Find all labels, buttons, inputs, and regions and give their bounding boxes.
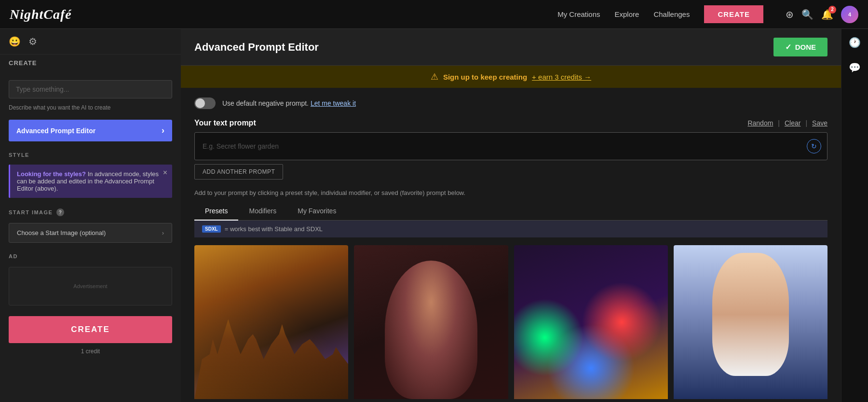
avatar-badge: 4 <box>848 12 851 17</box>
settings-icon[interactable]: ⚙ <box>28 36 37 47</box>
style-card-artistic-portrait[interactable]: Artistic Portrait <box>354 245 508 402</box>
nav-challenges[interactable]: Challenges <box>653 10 690 18</box>
style-tabs: Presets Modifiers My Favorites <box>194 202 827 221</box>
negative-prompt-toggle-row: Use default negative prompt. Let me twea… <box>194 97 827 109</box>
choose-start-image-button[interactable]: Choose a Start Image (optional) › <box>9 223 172 243</box>
arrow-right-icon: › <box>162 125 164 136</box>
discord-button[interactable]: ⊛ <box>786 9 794 20</box>
random-link[interactable]: Random <box>747 119 773 127</box>
panel-title: Advanced Prompt Editor <box>194 41 319 54</box>
panel-header: Advanced Prompt Editor ✓ DONE <box>181 29 841 66</box>
prompt-section: Your text prompt Random | Clear | Save ↻ <box>194 119 827 180</box>
prompt-input-wrapper: ↻ <box>194 132 827 160</box>
create-button-wrap: CREATE <box>0 310 181 345</box>
main-layout: 😀 ⚙ CREATE Describe what you want the AI… <box>0 29 868 402</box>
nav-create-button[interactable]: CREATE <box>704 5 763 23</box>
style-label-portrait: Artistic Portrait <box>354 399 508 402</box>
advanced-prompt-button[interactable]: Advanced Prompt Editor › <box>9 120 172 141</box>
style-img-portrait <box>354 245 508 399</box>
save-link[interactable]: Save <box>812 119 827 127</box>
prompt-input-sidebar[interactable] <box>9 80 172 98</box>
app-logo: NightCafé <box>10 7 72 22</box>
ad-box: Advertisement <box>9 267 172 305</box>
warning-icon: ⚠ <box>431 71 438 82</box>
text-prompt-input[interactable] <box>195 133 827 160</box>
style-section-header: STYLE <box>0 145 181 161</box>
done-label: DONE <box>795 43 816 51</box>
style-card-nightcafe[interactable]: NightCafe <box>194 245 348 402</box>
done-button[interactable]: ✓ DONE <box>773 38 827 56</box>
avatar[interactable]: 4 <box>841 6 858 23</box>
smiley-icon[interactable]: 😀 <box>9 36 21 47</box>
nav-explore[interactable]: Explore <box>615 10 639 18</box>
style-notice: × Looking for the styles? In advanced mo… <box>9 165 172 198</box>
sidebar: 😀 ⚙ CREATE Describe what you want the AI… <box>0 29 181 402</box>
style-card-anime[interactable]: Anime v2 SDXL <box>674 245 827 402</box>
nav-links: My Creations Explore Challenges CREATE ⊛… <box>557 5 858 23</box>
discord-icon: ⊛ <box>786 9 794 20</box>
prompt-label: Your text prompt <box>194 119 256 127</box>
chat-icon[interactable]: 💬 <box>849 62 861 73</box>
toggle-knob <box>195 98 205 108</box>
style-notice-bold: Looking for the styles? <box>17 170 86 178</box>
sidebar-icon-row: 😀 ⚙ <box>0 29 181 55</box>
right-panel: Advanced Prompt Editor ✓ DONE ⚠ Sign up … <box>181 29 841 402</box>
topnav: NightCafé My Creations Explore Challenge… <box>0 0 868 29</box>
edge-icons: 🕐 💬 <box>841 29 868 402</box>
checkmark-icon: ✓ <box>785 42 791 52</box>
style-notice-close-button[interactable]: × <box>163 168 167 177</box>
arrow-right-icon-image: › <box>162 229 164 236</box>
style-label-anime: Anime v2 SDXL <box>674 399 827 402</box>
advanced-prompt-label: Advanced Prompt Editor <box>16 127 95 135</box>
style-img-striking <box>514 245 668 399</box>
style-grid: NightCafe Artistic Portrait Striking SDX… <box>194 245 827 402</box>
start-image-header: START IMAGE ? <box>0 202 181 219</box>
sdxl-banner-text: = works best with Stable and SDXL <box>225 225 323 233</box>
sidebar-description: Describe what you want the AI to create <box>0 102 181 116</box>
style-img-nightcafe <box>194 245 348 399</box>
negative-prompt-toggle[interactable] <box>194 97 216 109</box>
tab-my-favorites[interactable]: My Favorites <box>287 202 347 221</box>
tweak-link[interactable]: Let me tweak it <box>311 99 356 107</box>
content-area: Use default negative prompt. Let me twea… <box>181 88 841 402</box>
choose-image-label: Choose a Start Image (optional) <box>17 229 106 236</box>
sdxl-banner: SDXL = works best with Stable and SDXL <box>194 221 827 237</box>
signup-main-text: Sign up to keep creating <box>443 73 527 81</box>
add-to-prompt-description: Add to your prompt by clicking a preset … <box>194 189 827 196</box>
regen-icon: ↻ <box>811 142 817 150</box>
prompt-header: Your text prompt Random | Clear | Save <box>194 119 827 127</box>
ad-section: Advertisement <box>0 262 181 310</box>
add-another-prompt-button[interactable]: ADD ANOTHER PROMPT <box>194 164 283 180</box>
earn-credits-link[interactable]: + earn 3 credits → <box>532 73 591 81</box>
tab-presets[interactable]: Presets <box>194 202 238 221</box>
help-icon[interactable]: ? <box>56 208 64 216</box>
nav-my-creations[interactable]: My Creations <box>557 10 600 18</box>
sidebar-input-wrapper <box>0 73 181 102</box>
toggle-label: Use default negative prompt. Let me twea… <box>222 99 356 107</box>
style-label-striking: Striking SDXL <box>514 399 668 402</box>
style-card-striking[interactable]: Striking SDXL <box>514 245 668 402</box>
signup-banner: ⚠ Sign up to keep creating + earn 3 cred… <box>181 66 841 88</box>
credit-text: 1 credit <box>0 345 181 358</box>
search-button[interactable]: 🔍 <box>801 9 814 20</box>
ad-section-header: AD <box>0 247 181 262</box>
style-label-nightcafe: NightCafe <box>194 399 348 402</box>
style-img-anime <box>674 245 827 399</box>
prompt-actions: Random | Clear | Save <box>747 119 827 127</box>
create-main-button[interactable]: CREATE <box>9 316 172 343</box>
history-icon[interactable]: 🕐 <box>849 37 861 48</box>
sdxl-tag: SDXL <box>202 225 221 233</box>
sidebar-section-title: CREATE <box>9 59 172 67</box>
notifications-button[interactable]: 🔔 2 <box>821 9 833 20</box>
notification-badge: 2 <box>828 6 836 14</box>
search-icon: 🔍 <box>801 9 814 20</box>
tab-modifiers[interactable]: Modifiers <box>238 202 287 221</box>
clear-link[interactable]: Clear <box>785 119 800 127</box>
regenerate-button[interactable]: ↻ <box>807 139 821 153</box>
nav-icon-group: ⊛ 🔍 🔔 2 4 <box>786 6 858 23</box>
start-image-section: Choose a Start Image (optional) › <box>0 219 181 247</box>
